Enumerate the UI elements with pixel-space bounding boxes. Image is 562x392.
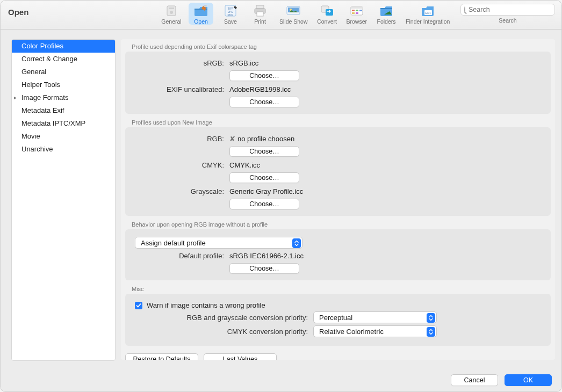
toolbar-convert[interactable]: Convert xyxy=(315,3,340,25)
sidebar-item-color-profiles[interactable]: Color Profiles xyxy=(12,40,115,53)
section-title: Profile used depending onto Exif colorsp… xyxy=(132,43,551,50)
choose-srgb-button[interactable]: Choose… xyxy=(229,70,299,81)
choose-cmyk-button[interactable]: Choose… xyxy=(229,172,299,183)
toolbar-folders[interactable]: Folders xyxy=(374,3,399,25)
search-field[interactable] xyxy=(460,4,555,16)
sidebar-item-label: Helper Tools xyxy=(21,81,60,89)
bottom-buttons: Restore to Defaults Last Values xyxy=(125,353,551,360)
chevron-updown-icon xyxy=(427,327,435,337)
cmyk-value: CMYK.icc xyxy=(229,161,260,169)
toolbar-label: Save xyxy=(224,18,237,25)
toolbar-slideshow[interactable]: Slide Show xyxy=(277,3,310,25)
toolbar-label: Finder Integration xyxy=(406,18,450,25)
svg-rect-21 xyxy=(352,12,355,14)
svg-rect-17 xyxy=(351,6,363,9)
preferences-window: Open GeneralOpenTIFFJPGPNGSavePrintSlide… xyxy=(0,0,562,392)
slideshow-icon xyxy=(285,4,301,18)
cmyk-priority-label: CMYK conversion priority: xyxy=(133,328,313,336)
toolbar-browser[interactable]: Browser xyxy=(344,3,370,25)
search-input[interactable] xyxy=(467,5,554,14)
cmyk-priority-value: Relative Colorimetric xyxy=(319,328,384,336)
section-new-image-profiles: Profiles used upon New Image RGB: ✘no pr… xyxy=(125,119,551,216)
sidebar-item-label: Color Profiles xyxy=(21,42,63,50)
cmyk-label: CMYK: xyxy=(133,161,229,169)
ok-button[interactable]: OK xyxy=(505,374,552,386)
sidebar-item-image-formats[interactable]: ▸Image Formats xyxy=(12,91,115,104)
open-icon xyxy=(193,4,209,18)
toolbar-label: Convert xyxy=(317,18,337,25)
exif-uncal-label: EXIF uncalibrated: xyxy=(133,85,229,93)
svg-rect-20 xyxy=(359,10,362,11)
warn-label: Warn if image contains a wrong profile xyxy=(147,301,265,309)
default-profile-value: sRGB IEC61966-2.1.icc xyxy=(229,252,304,260)
svg-rect-18 xyxy=(352,10,355,11)
svg-rect-1 xyxy=(169,8,174,9)
toolbar-open[interactable]: Open xyxy=(189,3,213,25)
svg-rect-22 xyxy=(356,12,358,14)
toolbar-label: Browser xyxy=(347,18,368,25)
toolbar-label: Folders xyxy=(377,18,396,25)
rgb-value: ✘no profile choosen xyxy=(229,135,294,143)
sidebar-item-correct-change[interactable]: Correct & Change xyxy=(12,53,115,66)
rgb-priority-popup[interactable]: Perceptual xyxy=(313,311,437,323)
toolbar-save[interactable]: TIFFJPGPNGSave xyxy=(218,3,243,25)
svg-point-2 xyxy=(170,11,173,14)
choose-grayscale-button[interactable]: Choose… xyxy=(229,199,299,209)
choose-rgb-button[interactable]: Choose… xyxy=(229,146,299,157)
warn-checkbox[interactable] xyxy=(135,302,142,309)
cancel-button[interactable]: Cancel xyxy=(451,374,498,386)
content-pane: Profile used depending onto Exif colorsp… xyxy=(121,39,555,360)
behavior-popup-value: Assign default profile xyxy=(141,239,206,247)
chevron-updown-icon xyxy=(292,238,301,248)
rgb-priority-label: RGB and grayscale conversion priority: xyxy=(133,314,313,322)
section-exif-profiles: Profile used depending onto Exif colorsp… xyxy=(125,43,551,114)
search-icon xyxy=(464,6,465,13)
svg-rect-8 xyxy=(256,5,264,9)
sidebar-item-helper-tools[interactable]: Helper Tools xyxy=(12,78,115,91)
toolbar-label: General xyxy=(161,18,181,25)
svg-text:PNG: PNG xyxy=(228,13,234,17)
section-behavior-no-profile: Behavior upon opening RGB image without … xyxy=(125,221,551,280)
section-title: Misc xyxy=(132,286,551,292)
default-profile-label: Default profile: xyxy=(133,252,229,260)
last-values-button[interactable]: Last Values xyxy=(204,353,277,360)
sidebar-item-movie[interactable]: Movie xyxy=(12,130,115,143)
toolbar: Open GeneralOpenTIFFJPGPNGSavePrintSlide… xyxy=(1,1,561,30)
print-icon xyxy=(252,4,268,18)
toolbar-general[interactable]: General xyxy=(159,3,184,25)
sidebar-item-label: Metadata IPTC/XMP xyxy=(21,119,85,127)
toolbar-finder[interactable]: EXIFFinder Integration xyxy=(404,3,452,25)
rgb-priority-value: Perceptual xyxy=(319,314,352,322)
choose-exif-uncal-button[interactable]: Choose… xyxy=(229,97,299,107)
sidebar-item-label: Correct & Change xyxy=(21,55,77,63)
convert-icon xyxy=(319,4,335,18)
grayscale-label: Grayscale: xyxy=(133,187,229,195)
toolbar-print[interactable]: Print xyxy=(248,3,272,25)
folders-icon xyxy=(378,4,394,18)
general-icon xyxy=(163,4,179,18)
sidebar-item-label: Image Formats xyxy=(21,93,68,101)
sidebar-item-unarchive[interactable]: Unarchive xyxy=(12,143,115,156)
sidebar-item-general[interactable]: General xyxy=(12,66,115,78)
chevron-updown-icon xyxy=(427,313,435,323)
toolbar-label: Print xyxy=(254,18,266,25)
exif-uncal-value: AdobeRGB1998.icc xyxy=(229,85,291,93)
window-title: Open xyxy=(8,8,28,17)
save-icon: TIFFJPGPNG xyxy=(222,4,239,18)
sidebar-item-metadata-iptc-xmp[interactable]: Metadata IPTC/XMP xyxy=(12,117,115,130)
choose-default-profile-button[interactable]: Choose… xyxy=(229,263,299,274)
section-misc: Misc Warn if image contains a wrong prof… xyxy=(125,286,551,346)
behavior-popup[interactable]: Assign default profile xyxy=(135,237,302,249)
srgb-value: sRGB.icc xyxy=(229,59,258,67)
svg-point-13 xyxy=(290,9,292,11)
srgb-label: sRGB: xyxy=(133,59,229,67)
grayscale-value: Generic Gray Profile.icc xyxy=(229,187,303,195)
browser-icon xyxy=(349,4,365,18)
restore-defaults-button[interactable]: Restore to Defaults xyxy=(125,353,198,360)
footer: Cancel OK xyxy=(1,369,561,391)
section-title: Behavior upon opening RGB image without … xyxy=(132,221,551,228)
cmyk-priority-popup[interactable]: Relative Colorimetric xyxy=(313,325,437,337)
sidebar-item-metadata-exif[interactable]: Metadata Exif xyxy=(12,104,115,117)
sidebar-item-label: General xyxy=(21,68,46,76)
rgb-label: RGB: xyxy=(133,135,229,143)
